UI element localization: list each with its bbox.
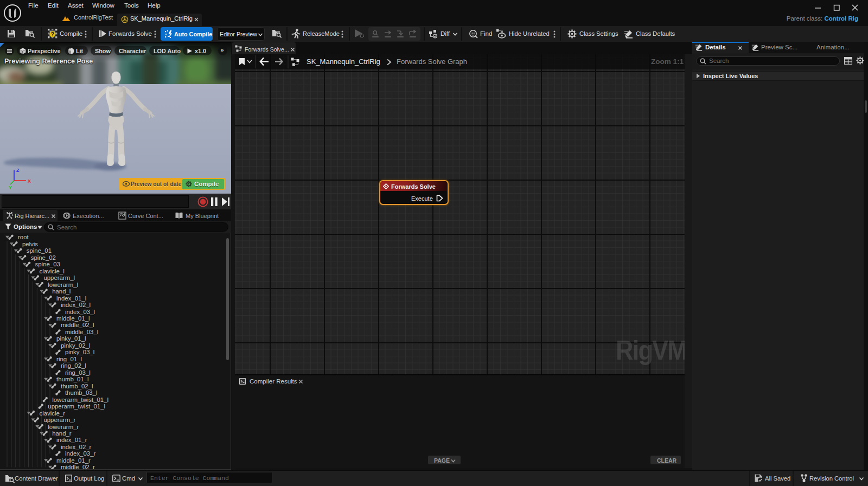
svg-text:spine_03: spine_03: [35, 261, 60, 267]
svg-text:middle_02_r: middle_02_r: [61, 464, 95, 470]
svg-text:X: X: [28, 178, 31, 184]
svg-text:middle_02_l: middle_02_l: [61, 322, 94, 328]
svg-text:Y: Y: [9, 185, 12, 190]
svg-text:ring_01_l: ring_01_l: [56, 356, 82, 362]
svg-text:index_02_r: index_02_r: [61, 444, 92, 450]
svg-text:thumb_03_l: thumb_03_l: [65, 389, 98, 396]
svg-text:upperarm_l: upperarm_l: [43, 274, 75, 281]
svg-text:ring_02_l: ring_02_l: [61, 362, 86, 369]
svg-text:index_03_l: index_03_l: [65, 309, 95, 315]
svg-text:spine_02: spine_02: [31, 254, 56, 261]
svg-text:lowerarm_r: lowerarm_r: [48, 424, 79, 430]
svg-text:clavicle_r: clavicle_r: [40, 410, 66, 417]
svg-text:middle_01_r: middle_01_r: [56, 457, 91, 464]
svg-text:ring_03_l: ring_03_l: [65, 369, 91, 376]
svg-text:root: root: [18, 234, 29, 240]
svg-text:thumb_01_l: thumb_01_l: [56, 376, 89, 382]
svg-text:hand_r: hand_r: [52, 430, 72, 437]
svg-text:upperarm_r: upperarm_r: [43, 417, 75, 423]
svg-text:clavicle_l: clavicle_l: [40, 268, 65, 274]
svg-text:?: ?: [51, 31, 54, 37]
svg-text:index_01_l: index_01_l: [56, 295, 86, 302]
svg-text:upperarm_twist_01_l: upperarm_twist_01_l: [48, 403, 105, 410]
svg-text:hand_l: hand_l: [52, 288, 71, 295]
svg-text:pelvis: pelvis: [22, 241, 38, 247]
svg-text:lowerarm_l: lowerarm_l: [48, 282, 78, 288]
svg-text:index_03_r: index_03_r: [65, 450, 96, 457]
svg-text:pinky_02_l: pinky_02_l: [61, 342, 90, 349]
svg-text:middle_03_l: middle_03_l: [65, 329, 98, 335]
svg-text:index_02_l: index_02_l: [61, 302, 91, 308]
svg-text:pinky_03_l: pinky_03_l: [65, 349, 94, 355]
svg-text:spine_01: spine_01: [27, 247, 52, 254]
svg-text:Z: Z: [16, 168, 20, 173]
svg-text:pinky_01_l: pinky_01_l: [56, 335, 86, 342]
svg-text:thumb_02_l: thumb_02_l: [61, 383, 93, 389]
svg-text:lowerarm_twist_01_l: lowerarm_twist_01_l: [52, 397, 108, 403]
svg-text:middle_01_l: middle_01_l: [56, 315, 90, 322]
svg-text:index_01_r: index_01_r: [56, 437, 87, 443]
